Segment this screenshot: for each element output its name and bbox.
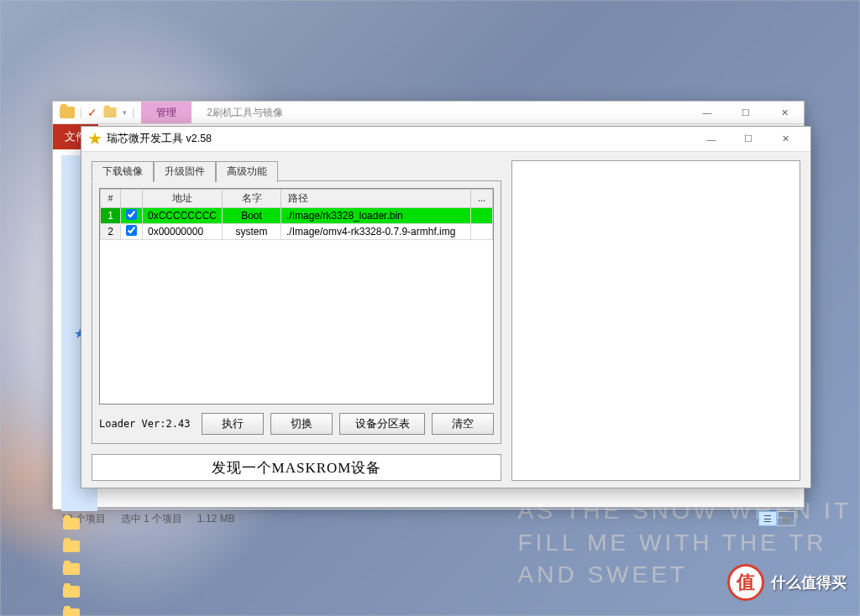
sidebar-item[interactable] xyxy=(61,582,81,602)
rkdevtool-window: 瑞芯微开发工具 v2.58 — ☐ ✕ 下载镜像 升级固件 高级功能 # 地址 xyxy=(81,126,811,488)
partition-button[interactable]: 设备分区表 xyxy=(339,413,425,435)
table-row[interactable]: 10xCCCCCCCCBoot./Image/rk3328_loader.bin xyxy=(101,208,493,224)
row-checkbox[interactable] xyxy=(121,208,143,224)
tab-download[interactable]: 下载镜像 xyxy=(92,161,154,182)
loader-version: Loader Ver:2.43 xyxy=(99,418,195,430)
row-more[interactable] xyxy=(471,224,493,240)
check-icon: ✓ xyxy=(87,106,97,119)
sidebar-item[interactable] xyxy=(61,559,81,579)
row-checkbox[interactable] xyxy=(121,224,143,240)
window-controls: — ☐ ✕ xyxy=(688,102,804,123)
execute-button[interactable]: 执行 xyxy=(202,413,264,435)
devtool-title: 瑞芯微开发工具 v2.58 xyxy=(107,132,693,146)
watermark-badge-icon: 值 xyxy=(727,564,764,601)
row-path[interactable]: ./Image/rk3328_loader.bin xyxy=(281,208,471,224)
col-address[interactable]: 地址 xyxy=(143,190,223,208)
maximize-button[interactable]: ☐ xyxy=(726,102,765,124)
tiles-view-icon[interactable]: ▦ xyxy=(777,511,795,526)
selected-count: 选中 1 个项目 xyxy=(121,512,182,526)
folder-icon xyxy=(60,107,75,118)
tab-bar: 下载镜像 升级固件 高级功能 xyxy=(92,160,501,181)
site-watermark: 值 什么值得买 xyxy=(727,564,847,601)
close-button[interactable]: ✕ xyxy=(767,128,804,151)
table-row[interactable]: 20x00000000system./Image/omv4-rk3328-0.7… xyxy=(101,224,493,240)
col-check[interactable] xyxy=(121,190,143,208)
chevron-down-icon[interactable]: ▾ xyxy=(123,108,127,117)
quick-access-toolbar[interactable]: | ✓ ▾ | xyxy=(53,102,141,123)
row-name[interactable]: Boot xyxy=(223,208,281,224)
col-path[interactable]: 路径 xyxy=(281,190,471,208)
clear-button[interactable]: 清空 xyxy=(432,413,494,435)
col-more[interactable]: ... xyxy=(471,190,493,208)
row-name[interactable]: system xyxy=(223,224,281,240)
row-address[interactable]: 0x00000000 xyxy=(143,224,223,240)
download-panel: # 地址 名字 路径 ... 10xCCCCCCCCBoot./Image/rk… xyxy=(92,180,501,444)
close-button[interactable]: ✕ xyxy=(765,102,804,124)
divider: | xyxy=(132,107,134,118)
divider: | xyxy=(80,107,82,118)
window-title: 2刷机工具与镜像 xyxy=(191,102,688,123)
row-path[interactable]: ./Image/omv4-rk3328-0.7.9-armhf.img xyxy=(281,224,471,240)
device-status: 发现一个MASKROM设备 xyxy=(92,454,501,481)
row-more[interactable] xyxy=(471,208,493,224)
row-index: 1 xyxy=(101,208,121,224)
maximize-button[interactable]: ☐ xyxy=(730,128,767,151)
explorer-titlebar: | ✓ ▾ | 管理 2刷机工具与镜像 — ☐ ✕ xyxy=(53,102,804,124)
log-panel[interactable] xyxy=(511,160,800,481)
row-index: 2 xyxy=(101,224,121,240)
minimize-button[interactable]: — xyxy=(693,128,730,151)
selected-size: 1.12 MB xyxy=(197,513,235,525)
watermark-text: 什么值得买 xyxy=(771,572,847,593)
sidebar-item[interactable] xyxy=(61,604,81,616)
switch-button[interactable]: 切换 xyxy=(270,413,333,435)
sidebar-item[interactable] xyxy=(61,536,81,556)
tab-advanced[interactable]: 高级功能 xyxy=(216,161,278,182)
explorer-statusbar: 12 个项目 选中 1 个项目 1.12 MB ☰ ▦ xyxy=(53,509,804,528)
col-num[interactable]: # xyxy=(101,190,121,208)
tab-upgrade[interactable]: 升级固件 xyxy=(154,161,216,182)
details-view-icon[interactable]: ☰ xyxy=(758,511,777,526)
app-icon xyxy=(88,133,102,146)
col-name[interactable]: 名字 xyxy=(223,190,281,208)
devtool-titlebar[interactable]: 瑞芯微开发工具 v2.58 — ☐ ✕ xyxy=(81,127,810,152)
minimize-button[interactable]: — xyxy=(688,102,726,124)
row-address[interactable]: 0xCCCCCCCC xyxy=(143,208,223,224)
folder-icon xyxy=(103,107,116,117)
partition-table[interactable]: # 地址 名字 路径 ... 10xCCCCCCCCBoot./Image/rk… xyxy=(99,188,494,405)
ribbon-tab-manage[interactable]: 管理 xyxy=(141,102,191,123)
